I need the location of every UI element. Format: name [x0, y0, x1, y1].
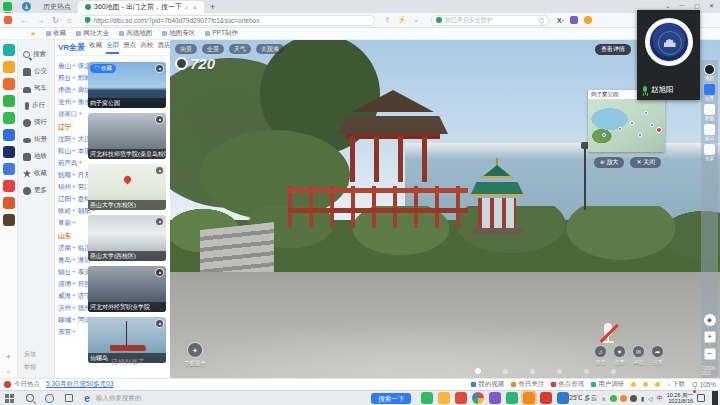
city-link[interactable]: 抚顺	[58, 171, 71, 178]
expand-icon[interactable]: +	[79, 159, 83, 166]
tab-景点[interactable]: 景点	[123, 41, 136, 54]
rail-footer-link[interactable]: 反馈	[24, 350, 54, 359]
page-zoom-indicator[interactable]: Q105%	[692, 381, 716, 388]
favorites-star-icon[interactable]: ★	[30, 30, 36, 38]
expand-icon[interactable]: +	[72, 268, 76, 275]
dock-collapse-icon[interactable]: ⌄	[6, 367, 12, 375]
tray-app-icon[interactable]	[620, 395, 627, 402]
expand-icon[interactable]: +	[72, 328, 76, 335]
dock-app-icon[interactable]	[3, 214, 15, 226]
side-tool-测距[interactable]: 测距	[704, 64, 715, 81]
emoji-icon[interactable]	[631, 382, 636, 387]
scene-dot[interactable]	[611, 369, 616, 374]
tray-expand-icon[interactable]: ∧	[601, 395, 605, 402]
tab-收藏[interactable]: 收藏	[89, 41, 102, 54]
menu-icon[interactable]: ⌄	[665, 2, 670, 9]
vr-card[interactable]: 燕山大学(西校区)	[88, 215, 166, 261]
network-icon[interactable]: ▮	[641, 395, 644, 402]
folder-icon[interactable]	[438, 392, 450, 404]
show-desktop-strip[interactable]	[712, 391, 718, 405]
extension-orange-icon[interactable]	[584, 16, 592, 24]
address-bar[interactable]: https://ditu.so.com/?pid=7b40d79d29077fc…	[80, 15, 375, 26]
side-tool-图册[interactable]: 图册	[704, 104, 715, 121]
vr-card[interactable]: 河北科技师范学院(秦皇岛校区)	[88, 113, 166, 159]
expand-icon[interactable]: +	[72, 62, 76, 69]
download-link[interactable]: ↓ 下载	[667, 380, 685, 389]
zoom-in-button[interactable]: ⊕ 放大	[594, 157, 624, 168]
vr-card[interactable]: ♡ 收藏鸽子窝公园	[88, 62, 166, 108]
refresh-button[interactable]: ↻	[52, 16, 59, 25]
dock-app-icon[interactable]	[3, 61, 15, 73]
magnifier-icon[interactable]: Q	[539, 17, 544, 24]
compass-tab-icon[interactable]	[22, 2, 31, 11]
compass-icon[interactable]: ◈	[704, 314, 716, 326]
city-link[interactable]: 辽阳	[58, 195, 71, 202]
status-link[interactable]: 我的视频	[471, 380, 504, 389]
start-button[interactable]	[5, 394, 14, 403]
tab-close-icon[interactable]: ×	[193, 4, 197, 11]
dock-app-icon[interactable]	[3, 112, 15, 124]
rail-item-bus[interactable]: 公交	[18, 63, 54, 80]
scene-dot[interactable]	[475, 368, 481, 374]
expand-icon[interactable]: +	[72, 292, 76, 299]
city-link[interactable]: 鞍山	[58, 147, 71, 154]
expand-icon[interactable]: +	[72, 98, 76, 105]
expand-icon[interactable]: +	[72, 244, 76, 251]
scene-dot[interactable]	[557, 369, 562, 374]
tab-audio-icon[interactable]: ♪	[185, 4, 188, 10]
vr-card[interactable]: 河北对外经贸职业学院	[88, 266, 166, 312]
city-link[interactable]: 沧州	[58, 98, 71, 105]
map-zoom-out-button[interactable]: −	[704, 348, 716, 360]
vr-card[interactable]: 仙螺岛	[88, 317, 166, 363]
expand-icon[interactable]: +	[72, 171, 76, 178]
city-link[interactable]: 铁岭	[58, 207, 71, 214]
hot-news-label[interactable]: 今日热点	[14, 380, 40, 389]
city-link[interactable]: 东营	[58, 328, 71, 335]
cortana-icon[interactable]	[45, 394, 54, 403]
语音-icon[interactable]: ♫	[594, 345, 607, 358]
tab-酒店[interactable]: 酒店	[157, 41, 170, 54]
close-button[interactable]: ✕	[709, 2, 714, 9]
rail-item-car[interactable]: 驾车	[18, 80, 54, 97]
status-link[interactable]: 每日关注	[511, 380, 544, 389]
city-link[interactable]: 淄博	[58, 280, 71, 287]
expand-icon[interactable]: +	[72, 280, 76, 287]
side-tool-街景[interactable]: 街景	[704, 84, 715, 101]
app-green-icon[interactable]	[506, 392, 518, 404]
meeting-overlay[interactable]: 赵旭阳	[637, 10, 700, 100]
side-tool-全屏[interactable]: 全屏	[704, 144, 715, 161]
city-link[interactable]: 锦州	[58, 183, 71, 190]
emoji-icon[interactable]	[655, 382, 660, 387]
pano-chip[interactable]: 去观海	[256, 44, 284, 54]
news-ticker-link[interactable]: 5.3G月租只需50多元03	[46, 380, 114, 389]
action-点赞[interactable]: ♥点赞	[613, 345, 626, 365]
weather-text[interactable]: 25℃ 多云	[569, 394, 597, 403]
expand-icon[interactable]: +	[72, 195, 76, 202]
browser-logo-icon[interactable]	[3, 2, 12, 11]
bookmark-item[interactable]: 网址大全	[76, 29, 109, 38]
city-link[interactable]: 阜新	[58, 219, 71, 226]
app-red-icon[interactable]	[455, 392, 467, 404]
city-link[interactable]: 唐山	[58, 62, 71, 69]
hot-news-icon[interactable]	[4, 381, 11, 388]
city-link[interactable]: 邢台	[58, 74, 71, 81]
minimap-body[interactable]	[588, 99, 665, 152]
city-link[interactable]: 威海	[58, 292, 71, 299]
home-button[interactable]: ⌂	[67, 16, 72, 25]
action-语音[interactable]: ♫语音	[594, 345, 607, 365]
rail-item-more[interactable]: 更多	[18, 182, 54, 199]
taskbar-search-text[interactable]: 输入你要搜索的	[96, 394, 142, 403]
map-zoom-in-button[interactable]: +	[704, 331, 716, 343]
browser-search-box[interactable]: 您已开启安全防护 Q	[431, 15, 549, 26]
dock-app-icon[interactable]	[3, 197, 15, 209]
expand-icon[interactable]: +	[72, 256, 76, 263]
dock-app-icon[interactable]	[3, 95, 15, 107]
extension-purple-icon[interactable]	[570, 16, 578, 24]
conference-app-icon[interactable]	[557, 392, 569, 404]
全屏-icon[interactable]	[704, 144, 715, 155]
taskbar-search-icon[interactable]	[26, 394, 34, 402]
dock-app-icon[interactable]	[3, 78, 15, 90]
标记-icon[interactable]	[704, 124, 715, 135]
bookmark-item[interactable]: 高德地图	[119, 29, 152, 38]
browser-360-icon[interactable]	[472, 392, 484, 404]
